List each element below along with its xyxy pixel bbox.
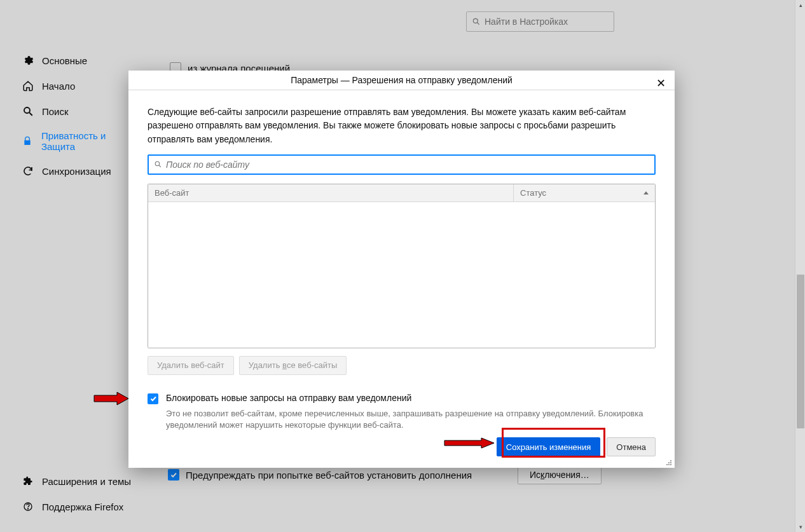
close-icon: ✕ bbox=[656, 76, 666, 90]
svg-line-7 bbox=[159, 165, 161, 167]
sync-icon bbox=[22, 165, 34, 177]
search-icon bbox=[472, 17, 481, 26]
svg-rect-11 bbox=[666, 464, 668, 465]
gear-icon bbox=[22, 54, 34, 67]
notification-permissions-dialog: Параметры — Разрешения на отправку уведо… bbox=[128, 71, 675, 468]
svg-rect-12 bbox=[668, 464, 670, 465]
sidebar-item-label: Расширения и темы bbox=[42, 476, 131, 487]
sidebar-item-general[interactable]: Основные bbox=[0, 48, 143, 73]
puzzle-icon bbox=[22, 475, 34, 488]
website-search-input[interactable] bbox=[148, 154, 656, 175]
dialog-header: Параметры — Разрешения на отправку уведо… bbox=[128, 71, 675, 90]
search-icon bbox=[22, 105, 34, 118]
scroll-down-icon[interactable]: ▾ bbox=[795, 522, 805, 532]
settings-search[interactable]: Найти в Настройках bbox=[466, 11, 614, 32]
sidebar-item-label: Начало bbox=[42, 81, 75, 92]
website-search-field[interactable] bbox=[166, 160, 649, 170]
svg-rect-10 bbox=[670, 462, 671, 463]
sidebar-item-extensions[interactable]: Расширения и темы bbox=[0, 468, 143, 494]
sidebar-item-support[interactable]: Поддержка Firefox bbox=[0, 494, 143, 519]
search-placeholder: Найти в Настройках bbox=[485, 17, 568, 27]
search-icon bbox=[154, 160, 162, 168]
checkbox-checked-icon bbox=[168, 469, 179, 481]
scroll-up-icon[interactable]: ▴ bbox=[795, 0, 805, 10]
permissions-table: Веб-сайт Статус bbox=[148, 184, 656, 348]
permissions-table-body bbox=[148, 202, 655, 348]
sidebar-item-label: Приватность и Защита bbox=[41, 130, 137, 152]
svg-point-0 bbox=[24, 107, 30, 113]
sidebar-item-privacy[interactable]: Приватность и Защита bbox=[0, 124, 143, 158]
scrollbar-thumb[interactable] bbox=[797, 275, 804, 428]
svg-point-4 bbox=[473, 18, 478, 23]
home-icon bbox=[22, 79, 34, 92]
sort-asc-icon bbox=[643, 191, 649, 194]
exceptions-button[interactable]: Исключения… bbox=[518, 465, 602, 484]
column-header-status[interactable]: Статус bbox=[514, 184, 655, 201]
sidebar-item-home[interactable]: Начало bbox=[0, 73, 143, 99]
svg-point-6 bbox=[155, 161, 160, 165]
sidebar-item-label: Основные bbox=[42, 55, 87, 66]
svg-line-5 bbox=[478, 23, 479, 25]
block-new-requests-row: Блокировать новые запросы на отправку ва… bbox=[148, 393, 656, 404]
remove-website-button[interactable]: Удалить веб-сайт bbox=[148, 356, 234, 375]
remove-all-websites-button[interactable]: Удалить все веб-сайты bbox=[239, 356, 347, 375]
svg-rect-8 bbox=[670, 460, 671, 461]
svg-rect-9 bbox=[668, 462, 670, 463]
sidebar-item-label: Синхронизация bbox=[42, 166, 111, 177]
sidebar-item-label: Поиск bbox=[42, 106, 69, 117]
page-scrollbar[interactable]: ▴ ▾ bbox=[795, 0, 805, 532]
svg-point-3 bbox=[27, 508, 28, 509]
block-checkbox[interactable] bbox=[148, 393, 158, 404]
help-icon bbox=[22, 500, 34, 513]
resize-grip-icon[interactable] bbox=[665, 458, 673, 466]
block-checkbox-label: Блокировать новые запросы на отправку ва… bbox=[166, 393, 411, 403]
block-checkbox-hint: Это не позволит веб-сайтам, кроме перечи… bbox=[166, 408, 656, 431]
settings-sidebar: Основные Начало Поиск Приватность и Защи… bbox=[0, 0, 143, 532]
sidebar-item-search[interactable]: Поиск bbox=[0, 99, 143, 124]
dialog-description: Следующие веб-сайты запросили разрешение… bbox=[148, 106, 656, 147]
cancel-button[interactable]: Отмена bbox=[607, 437, 656, 456]
svg-line-1 bbox=[29, 113, 32, 116]
lock-icon bbox=[22, 135, 34, 147]
checkbox-label: Предупреждать при попытке веб-сайтов уст… bbox=[186, 470, 472, 481]
close-button[interactable]: ✕ bbox=[653, 76, 668, 91]
sidebar-item-label: Поддержка Firefox bbox=[42, 501, 123, 512]
save-button[interactable]: Сохранить изменения bbox=[497, 437, 601, 456]
column-header-website[interactable]: Веб-сайт bbox=[148, 184, 514, 201]
dialog-title: Параметры — Разрешения на отправку уведо… bbox=[291, 75, 513, 85]
svg-rect-13 bbox=[670, 464, 671, 465]
sidebar-item-sync[interactable]: Синхронизация bbox=[0, 158, 143, 184]
